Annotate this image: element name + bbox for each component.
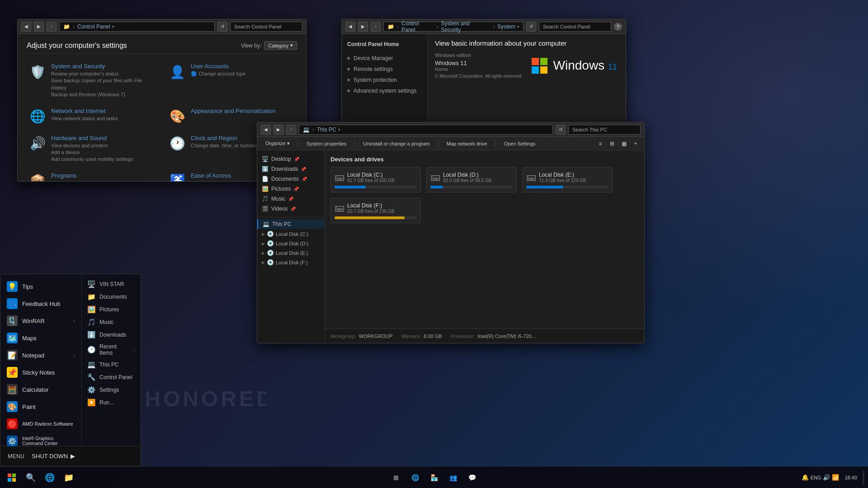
start-right-controlpanel[interactable]: 🔧 Control Panel	[82, 371, 141, 384]
toolbar-organize[interactable]: Organize ▾	[261, 139, 294, 148]
sys-up-button[interactable]: ↑	[371, 22, 381, 32]
start-right-settings[interactable]: ⚙️ Settings	[82, 384, 141, 396]
cp-item-programs[interactable]: 📦 Programs Uninstall a program	[27, 170, 157, 181]
start-app-paint[interactable]: 🎨 Paint	[0, 398, 81, 415]
sidebar-item-device-manager[interactable]: Device Manager	[342, 53, 427, 64]
sidebar-item-documents[interactable]: 📄 Documents 📌	[257, 174, 325, 184]
cp-search-bar[interactable]: Search Control Panel	[230, 22, 302, 32]
thispc-up-button[interactable]: ↑	[286, 125, 296, 135]
cp-item-user-accounts[interactable]: 👤 User Accounts 🔵 Change account type	[166, 61, 297, 100]
toolbar-open-settings[interactable]: Open Settings	[500, 140, 540, 148]
tree-item-e[interactable]: ▶ 💿 Local Disk (E:)	[257, 248, 325, 258]
notification-icon[interactable]: 🔔	[802, 474, 809, 481]
tree-item-d[interactable]: ▶ 💿 Local Disk (D:)	[257, 239, 325, 248]
start-app-feedback[interactable]: 🗣️ Feedback Hub	[0, 295, 81, 312]
cp-item-title-user[interactable]: User Accounts	[191, 63, 245, 70]
drive-item-c[interactable]: 🖴 Local Disk (C:) 61.7 GB free of 100 GB	[330, 167, 421, 192]
taskbar-explorer-icon[interactable]: 📁	[61, 469, 77, 486]
sidebar-item-thispc[interactable]: 💻 This PC	[257, 219, 325, 229]
cp-item-title-appearance[interactable]: Appearance and Personalization	[191, 108, 276, 114]
thispc-search-bar[interactable]: Search This PC	[568, 125, 641, 135]
cp-item-system-security[interactable]: 🛡️ System and Security Review your compu…	[27, 61, 157, 100]
start-right-vinstar[interactable]: 🖥️ VIN STAR	[82, 278, 141, 291]
cp-item-title-system[interactable]: System and Security	[51, 63, 156, 70]
cp-back-button[interactable]: ◀	[21, 22, 31, 32]
view-icon-grid[interactable]: ⊞	[607, 139, 617, 149]
volume-icon[interactable]: 🔊	[823, 474, 830, 481]
start-right-recent[interactable]: 🕐 Recent Items ›	[82, 341, 141, 358]
toolbar-map-drive[interactable]: Map network drive	[442, 140, 492, 148]
cp-item-network[interactable]: 🌐 Network and Internet View network stat…	[27, 106, 157, 127]
show-desktop-button[interactable]	[863, 470, 864, 485]
taskbar-center-icon-3[interactable]: 🏪	[426, 469, 442, 486]
tree-item-c[interactable]: ▶ 💿 Local Disk (C:)	[257, 229, 325, 239]
sidebar-item-downloads[interactable]: ⬇️ Downloads 📌	[257, 164, 325, 174]
taskbar-browser-icon[interactable]: 🌐	[42, 469, 58, 486]
cp-forward-button[interactable]: ▶	[34, 22, 44, 32]
toolbar-uninstall[interactable]: Uninstall or change a program	[359, 140, 434, 148]
thispc-forward-button[interactable]: ▶	[274, 125, 283, 135]
network-icon[interactable]: 📶	[832, 474, 839, 481]
tree-item-f[interactable]: ▶ 💿 Local Disk (F:)	[257, 258, 325, 267]
drive-item-d[interactable]: 🖴 Local Disk (D:) 83.5 GB free of 98.5 G…	[426, 167, 517, 192]
start-app-maps[interactable]: 🗺️ Maps	[0, 329, 81, 347]
view-icon-list[interactable]: ≡	[595, 139, 605, 149]
taskbar-center-icon-2[interactable]: 🌐	[407, 469, 423, 486]
thispc-address-bar[interactable]: 💻 › This PC ▾	[299, 125, 553, 135]
cp-item-title-network[interactable]: Network and Internet	[51, 108, 118, 114]
sidebar-item-music[interactable]: 🎵 Music 📌	[257, 194, 325, 204]
cp-address-bar[interactable]: 📁 › Control Panel ▾	[59, 22, 215, 32]
thispc-back-button[interactable]: ◀	[261, 125, 271, 135]
start-right-music[interactable]: 🎵 Music	[82, 316, 141, 328]
cp-refresh-button[interactable]: ↺	[217, 22, 227, 32]
start-app-stickynotes[interactable]: 📌 Sticky Notes	[0, 364, 81, 381]
taskbar-search-button[interactable]: 🔍	[23, 469, 39, 486]
sys-back-button[interactable]: ◀	[345, 22, 355, 32]
start-app-notepad[interactable]: 📝 Notepad ›	[0, 347, 81, 364]
sidebar-item-advanced[interactable]: Advanced system settings	[342, 85, 427, 96]
sys-refresh-button[interactable]: ↺	[526, 22, 536, 32]
cp-item-title-hardware[interactable]: Hardware and Sound	[51, 135, 133, 141]
menu-button[interactable]: MENU	[8, 453, 24, 460]
shutdown-button[interactable]: SHUT DOWN ▶	[32, 453, 75, 460]
sys-search-bar[interactable]: Search Control Panel	[539, 22, 611, 32]
toolbar-system-props[interactable]: System properties	[302, 140, 351, 148]
sidebar-label-remote: Remote settings	[354, 66, 393, 72]
sidebar-item-desktop[interactable]: 🖥️ Desktop 📌	[257, 154, 325, 164]
start-right-run[interactable]: ▶️ Run...	[82, 396, 141, 409]
dot-icon	[347, 79, 350, 81]
cp-item-title-programs[interactable]: Programs	[51, 172, 94, 179]
drive-item-e[interactable]: 🖴 Local Disk (E:) 71.4 GB free of 129 GB	[522, 167, 613, 192]
view-icon-add[interactable]: ＋	[631, 139, 641, 149]
start-right-downloads[interactable]: ⬇️ Downloads	[82, 328, 141, 341]
taskbar-clock[interactable]: 18:40	[841, 475, 861, 480]
start-app-calculator[interactable]: 🧮 Calculator	[0, 381, 81, 398]
start-right-thispc[interactable]: 💻 This PC	[82, 358, 141, 371]
cp-view-by-button[interactable]: Category ▾	[264, 41, 297, 50]
sidebar-item-protection[interactable]: System protection	[342, 75, 427, 85]
taskbar-center-icon-1[interactable]: ⊞	[388, 469, 404, 486]
sidebar-item-pictures[interactable]: 🖼️ Pictures 📌	[257, 184, 325, 194]
sys-address-bar[interactable]: 📁 › Control Panel › System and Security …	[383, 22, 524, 32]
start-app-tips[interactable]: 💡 Tips	[0, 278, 81, 295]
view-icon-details[interactable]: ▦	[619, 139, 629, 149]
sidebar-item-remote[interactable]: Remote settings	[342, 64, 427, 75]
cp-item-hardware[interactable]: 🔊 Hardware and Sound View devices and pr…	[27, 133, 157, 165]
keyboard-icon[interactable]: ENG	[811, 475, 821, 480]
start-right-pictures[interactable]: 🖼️ Pictures	[82, 303, 141, 316]
drive-item-f[interactable]: 🖴 Local Disk (F:) 20.7 GB free of 136 GB	[330, 198, 421, 223]
taskbar-windows-button[interactable]	[4, 469, 20, 486]
thispc-refresh-button[interactable]: ↺	[556, 125, 566, 135]
sidebar-item-videos[interactable]: 🎬 Videos 📌	[257, 204, 325, 214]
sys-forward-button[interactable]: ▶	[358, 22, 368, 32]
taskbar-center-icon-5[interactable]: 💬	[464, 469, 480, 486]
cp-item-title-ease[interactable]: Ease of Access	[191, 172, 257, 179]
sys-help-button[interactable]: ?	[614, 23, 622, 31]
drive-e-fill	[526, 186, 563, 188]
taskbar-center-icon-4[interactable]: 👥	[445, 469, 461, 486]
cp-up-button[interactable]: ↑	[47, 22, 57, 32]
start-app-winrar[interactable]: 🗜️ WinRAR ›	[0, 312, 81, 329]
start-app-intel[interactable]: ⚙️ Intel® Graphics Command Center	[0, 432, 81, 450]
start-right-documents[interactable]: 📁 Documents	[82, 291, 141, 303]
start-app-amd[interactable]: 🔴 AMD Radeon Software	[0, 415, 81, 432]
